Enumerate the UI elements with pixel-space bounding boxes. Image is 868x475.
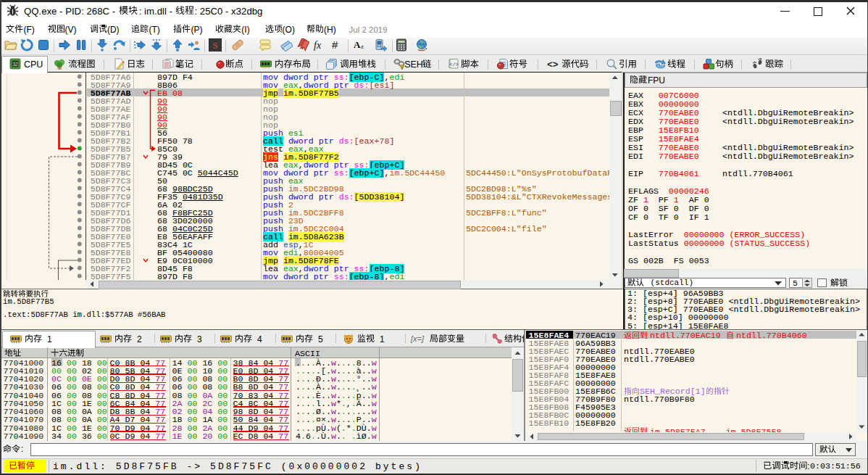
svg-text:!: !: [401, 65, 403, 70]
svg-text:<>: <>: [547, 59, 559, 70]
svg-text:z: z: [361, 43, 364, 50]
svg-text:S: S: [212, 40, 217, 51]
svg-text:32: 32: [12, 62, 18, 67]
svg-text:</>: </>: [449, 62, 459, 67]
svg-text:fx: fx: [314, 40, 322, 51]
svg-text:#: #: [332, 38, 338, 51]
svg-text:A: A: [354, 39, 361, 50]
